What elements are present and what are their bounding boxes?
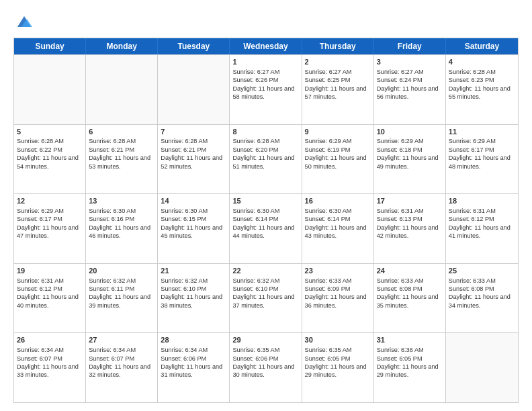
day-info: Sunrise: 6:28 AM Sunset: 6:21 PM Dayligh…	[89, 138, 150, 169]
day-cell-empty-0-1	[86, 55, 158, 124]
weekday-header-thursday: Thursday	[302, 38, 374, 54]
day-info: Sunrise: 6:30 AM Sunset: 6:14 PM Dayligh…	[232, 208, 294, 239]
day-number: 18	[449, 196, 515, 206]
day-number: 24	[377, 266, 443, 276]
day-cell-27: 27Sunrise: 6:34 AM Sunset: 6:07 PM Dayli…	[86, 333, 158, 402]
day-number: 5	[17, 127, 83, 137]
day-number: 27	[89, 335, 154, 345]
day-cell-20: 20Sunrise: 6:32 AM Sunset: 6:11 PM Dayli…	[86, 264, 158, 333]
day-info: Sunrise: 6:29 AM Sunset: 6:18 PM Dayligh…	[377, 138, 439, 169]
day-cell-6: 6Sunrise: 6:28 AM Sunset: 6:21 PM Daylig…	[86, 125, 158, 194]
day-number: 13	[89, 196, 154, 206]
day-info: Sunrise: 6:30 AM Sunset: 6:16 PM Dayligh…	[89, 208, 150, 239]
day-cell-9: 9Sunrise: 6:29 AM Sunset: 6:19 PM Daylig…	[302, 125, 374, 194]
day-number: 15	[232, 196, 298, 206]
day-info: Sunrise: 6:28 AM Sunset: 6:20 PM Dayligh…	[232, 138, 294, 169]
day-cell-14: 14Sunrise: 6:30 AM Sunset: 6:15 PM Dayli…	[158, 194, 230, 263]
day-number: 7	[161, 127, 226, 137]
day-number: 17	[377, 196, 443, 206]
day-number: 6	[89, 127, 154, 137]
day-cell-31: 31Sunrise: 6:36 AM Sunset: 6:05 PM Dayli…	[374, 333, 446, 402]
day-info: Sunrise: 6:31 AM Sunset: 6:12 PM Dayligh…	[449, 208, 511, 239]
day-number: 26	[17, 335, 83, 345]
day-info: Sunrise: 6:28 AM Sunset: 6:23 PM Dayligh…	[449, 68, 511, 100]
day-info: Sunrise: 6:32 AM Sunset: 6:10 PM Dayligh…	[232, 277, 294, 309]
day-info: Sunrise: 6:28 AM Sunset: 6:22 PM Dayligh…	[17, 138, 79, 169]
day-number: 28	[161, 335, 226, 345]
day-number: 3	[377, 57, 443, 67]
day-cell-21: 21Sunrise: 6:32 AM Sunset: 6:10 PM Dayli…	[158, 264, 230, 333]
day-number: 29	[232, 335, 298, 345]
day-number: 21	[161, 266, 226, 276]
logo	[13, 12, 34, 31]
logo-icon	[15, 12, 34, 31]
day-number: 8	[232, 127, 298, 137]
day-number: 20	[89, 266, 154, 276]
day-number: 12	[17, 196, 83, 206]
calendar-header: SundayMondayTuesdayWednesdayThursdayFrid…	[14, 38, 518, 54]
day-number: 1	[232, 57, 298, 67]
day-cell-23: 23Sunrise: 6:33 AM Sunset: 6:09 PM Dayli…	[302, 264, 374, 333]
day-cell-7: 7Sunrise: 6:28 AM Sunset: 6:21 PM Daylig…	[158, 125, 230, 194]
day-info: Sunrise: 6:34 AM Sunset: 6:07 PM Dayligh…	[17, 347, 79, 378]
day-info: Sunrise: 6:28 AM Sunset: 6:21 PM Dayligh…	[161, 138, 222, 169]
day-info: Sunrise: 6:33 AM Sunset: 6:08 PM Dayligh…	[377, 277, 439, 309]
header	[13, 12, 519, 31]
day-info: Sunrise: 6:34 AM Sunset: 6:07 PM Dayligh…	[89, 347, 150, 378]
calendar-row-4: 26Sunrise: 6:34 AM Sunset: 6:07 PM Dayli…	[14, 332, 518, 402]
day-info: Sunrise: 6:31 AM Sunset: 6:13 PM Dayligh…	[377, 208, 439, 239]
day-cell-5: 5Sunrise: 6:28 AM Sunset: 6:22 PM Daylig…	[14, 125, 86, 194]
day-cell-2: 2Sunrise: 6:27 AM Sunset: 6:25 PM Daylig…	[302, 55, 374, 124]
day-number: 22	[232, 266, 298, 276]
day-cell-10: 10Sunrise: 6:29 AM Sunset: 6:18 PM Dayli…	[374, 125, 446, 194]
day-cell-12: 12Sunrise: 6:29 AM Sunset: 6:17 PM Dayli…	[14, 194, 86, 263]
calendar-row-0: 1Sunrise: 6:27 AM Sunset: 6:26 PM Daylig…	[14, 54, 518, 124]
day-info: Sunrise: 6:36 AM Sunset: 6:05 PM Dayligh…	[377, 347, 439, 378]
calendar-body: 1Sunrise: 6:27 AM Sunset: 6:26 PM Daylig…	[14, 54, 518, 402]
day-cell-29: 29Sunrise: 6:35 AM Sunset: 6:06 PM Dayli…	[230, 333, 302, 402]
page: SundayMondayTuesdayWednesdayThursdayFrid…	[0, 0, 532, 411]
day-info: Sunrise: 6:29 AM Sunset: 6:17 PM Dayligh…	[17, 208, 79, 239]
day-cell-19: 19Sunrise: 6:31 AM Sunset: 6:12 PM Dayli…	[14, 264, 86, 333]
day-cell-empty-0-2	[158, 55, 230, 124]
day-info: Sunrise: 6:30 AM Sunset: 6:15 PM Dayligh…	[161, 208, 222, 239]
day-info: Sunrise: 6:33 AM Sunset: 6:08 PM Dayligh…	[449, 277, 511, 309]
day-info: Sunrise: 6:35 AM Sunset: 6:05 PM Dayligh…	[305, 347, 367, 378]
day-cell-16: 16Sunrise: 6:30 AM Sunset: 6:14 PM Dayli…	[302, 194, 374, 263]
weekday-header-monday: Monday	[86, 38, 158, 54]
weekday-header-sunday: Sunday	[14, 38, 86, 54]
day-cell-15: 15Sunrise: 6:30 AM Sunset: 6:14 PM Dayli…	[230, 194, 302, 263]
day-info: Sunrise: 6:30 AM Sunset: 6:14 PM Dayligh…	[305, 208, 367, 239]
day-cell-22: 22Sunrise: 6:32 AM Sunset: 6:10 PM Dayli…	[230, 264, 302, 333]
calendar-row-2: 12Sunrise: 6:29 AM Sunset: 6:17 PM Dayli…	[14, 193, 518, 263]
day-cell-18: 18Sunrise: 6:31 AM Sunset: 6:12 PM Dayli…	[446, 194, 518, 263]
day-number: 9	[305, 127, 371, 137]
day-info: Sunrise: 6:29 AM Sunset: 6:17 PM Dayligh…	[449, 138, 511, 169]
day-number: 23	[305, 266, 371, 276]
day-cell-24: 24Sunrise: 6:33 AM Sunset: 6:08 PM Dayli…	[374, 264, 446, 333]
day-number: 16	[305, 196, 371, 206]
day-cell-13: 13Sunrise: 6:30 AM Sunset: 6:16 PM Dayli…	[86, 194, 158, 263]
day-number: 10	[377, 127, 443, 137]
day-cell-empty-0-0	[14, 55, 86, 124]
day-cell-8: 8Sunrise: 6:28 AM Sunset: 6:20 PM Daylig…	[230, 125, 302, 194]
day-number: 11	[449, 127, 515, 137]
day-number: 2	[305, 57, 371, 67]
weekday-header-saturday: Saturday	[446, 38, 518, 54]
day-info: Sunrise: 6:33 AM Sunset: 6:09 PM Dayligh…	[305, 277, 367, 309]
day-number: 25	[449, 266, 515, 276]
day-info: Sunrise: 6:35 AM Sunset: 6:06 PM Dayligh…	[232, 347, 294, 378]
weekday-header-friday: Friday	[374, 38, 446, 54]
day-info: Sunrise: 6:31 AM Sunset: 6:12 PM Dayligh…	[17, 277, 79, 309]
weekday-header-tuesday: Tuesday	[158, 38, 230, 54]
day-cell-17: 17Sunrise: 6:31 AM Sunset: 6:13 PM Dayli…	[374, 194, 446, 263]
day-info: Sunrise: 6:32 AM Sunset: 6:11 PM Dayligh…	[89, 277, 150, 309]
day-number: 31	[377, 335, 443, 345]
calendar-row-1: 5Sunrise: 6:28 AM Sunset: 6:22 PM Daylig…	[14, 124, 518, 194]
day-cell-1: 1Sunrise: 6:27 AM Sunset: 6:26 PM Daylig…	[230, 55, 302, 124]
day-cell-28: 28Sunrise: 6:34 AM Sunset: 6:06 PM Dayli…	[158, 333, 230, 402]
day-cell-11: 11Sunrise: 6:29 AM Sunset: 6:17 PM Dayli…	[446, 125, 518, 194]
day-cell-26: 26Sunrise: 6:34 AM Sunset: 6:07 PM Dayli…	[14, 333, 86, 402]
day-info: Sunrise: 6:32 AM Sunset: 6:10 PM Dayligh…	[161, 277, 222, 309]
day-number: 4	[449, 57, 515, 67]
